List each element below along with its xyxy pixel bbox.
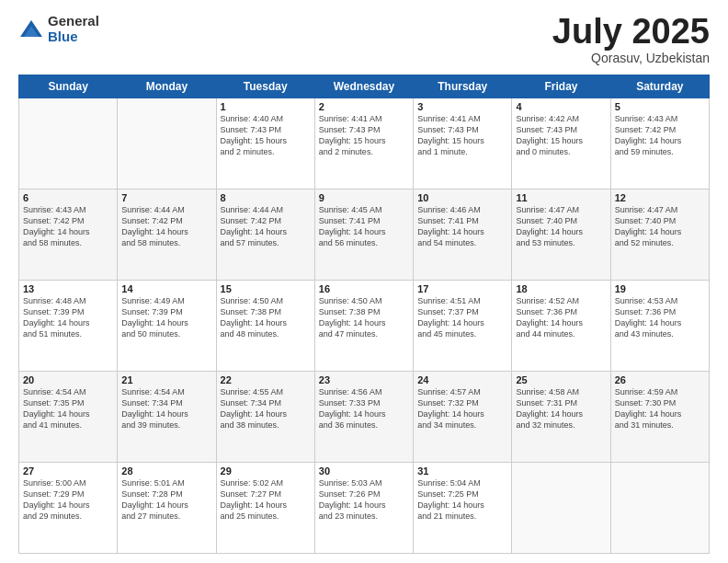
calendar-cell: 25Sunrise: 4:58 AM Sunset: 7:31 PM Dayli… [512,372,610,463]
day-number: 16 [319,283,409,294]
day-info: Sunrise: 4:41 AM Sunset: 7:43 PM Dayligh… [319,113,409,158]
day-number: 14 [121,283,211,294]
day-number: 17 [417,283,507,294]
day-number: 26 [615,374,705,385]
calendar-cell: 5Sunrise: 4:43 AM Sunset: 7:42 PM Daylig… [610,98,709,190]
day-info: Sunrise: 4:54 AM Sunset: 7:34 PM Dayligh… [121,386,211,431]
day-info: Sunrise: 5:02 AM Sunset: 7:27 PM Dayligh… [221,477,311,523]
location: Qorasuv, Uzbekistan [552,51,710,65]
day-number: 6 [23,192,113,203]
day-number: 23 [319,374,409,385]
calendar-cell: 27Sunrise: 5:00 AM Sunset: 7:29 PM Dayli… [19,463,118,554]
day-info: Sunrise: 4:58 AM Sunset: 7:31 PM Dayligh… [516,386,606,431]
calendar-cell: 15Sunrise: 4:50 AM Sunset: 7:38 PM Dayli… [216,281,314,372]
title-section: July 2025 Qorasuv, Uzbekistan [552,14,710,65]
logo-icon [18,17,44,42]
calendar-cell: 26Sunrise: 4:59 AM Sunset: 7:30 PM Dayli… [610,372,709,463]
calendar-cell: 12Sunrise: 4:47 AM Sunset: 7:40 PM Dayli… [610,190,709,281]
day-header-thursday: Thursday [414,75,512,98]
calendar-cell: 3Sunrise: 4:41 AM Sunset: 7:43 PM Daylig… [414,98,512,190]
calendar-cell [118,98,216,190]
day-number: 21 [121,374,211,385]
day-info: Sunrise: 5:01 AM Sunset: 7:28 PM Dayligh… [121,477,211,523]
day-number: 2 [319,101,409,112]
day-info: Sunrise: 4:56 AM Sunset: 7:33 PM Dayligh… [319,386,409,431]
day-info: Sunrise: 4:49 AM Sunset: 7:39 PM Dayligh… [121,295,211,340]
calendar-cell [19,98,118,190]
header: General Blue July 2025 Qorasuv, Uzbekist… [18,14,710,65]
calendar-cell: 1Sunrise: 4:40 AM Sunset: 7:43 PM Daylig… [216,98,314,190]
day-number: 31 [417,465,507,477]
day-number: 9 [319,192,409,203]
calendar-cell: 8Sunrise: 4:44 AM Sunset: 7:42 PM Daylig… [216,190,314,281]
day-header-saturday: Saturday [610,75,709,98]
day-info: Sunrise: 4:53 AM Sunset: 7:36 PM Dayligh… [615,295,705,340]
day-number: 29 [221,465,311,477]
day-header-sunday: Sunday [19,75,118,98]
day-number: 20 [23,374,113,385]
day-info: Sunrise: 4:55 AM Sunset: 7:34 PM Dayligh… [221,386,311,431]
day-info: Sunrise: 4:50 AM Sunset: 7:38 PM Dayligh… [319,295,409,340]
calendar-cell: 4Sunrise: 4:42 AM Sunset: 7:43 PM Daylig… [512,98,610,190]
day-header-friday: Friday [512,75,610,98]
day-number: 13 [23,283,113,294]
calendar-cell: 14Sunrise: 4:49 AM Sunset: 7:39 PM Dayli… [118,281,216,372]
day-info: Sunrise: 4:44 AM Sunset: 7:42 PM Dayligh… [121,204,211,249]
day-number: 24 [417,374,507,385]
day-number: 12 [615,192,705,203]
day-info: Sunrise: 4:51 AM Sunset: 7:37 PM Dayligh… [417,295,507,340]
month-year: July 2025 [552,14,710,49]
calendar: SundayMondayTuesdayWednesdayThursdayFrid… [18,75,710,554]
logo-blue: Blue [48,29,99,45]
week-row-3: 13Sunrise: 4:48 AM Sunset: 7:39 PM Dayli… [19,281,710,372]
day-number: 22 [221,374,311,385]
calendar-cell [512,463,610,554]
day-info: Sunrise: 4:43 AM Sunset: 7:42 PM Dayligh… [615,113,705,158]
calendar-cell: 9Sunrise: 4:45 AM Sunset: 7:41 PM Daylig… [314,190,413,281]
logo-text: General Blue [48,14,99,44]
day-number: 10 [417,192,507,203]
day-info: Sunrise: 4:46 AM Sunset: 7:41 PM Dayligh… [417,204,507,249]
day-number: 11 [516,192,606,203]
calendar-cell: 18Sunrise: 4:52 AM Sunset: 7:36 PM Dayli… [512,281,610,372]
day-number: 28 [121,465,211,477]
calendar-cell: 2Sunrise: 4:41 AM Sunset: 7:43 PM Daylig… [314,98,413,190]
day-info: Sunrise: 4:48 AM Sunset: 7:39 PM Dayligh… [23,295,113,340]
calendar-cell: 29Sunrise: 5:02 AM Sunset: 7:27 PM Dayli… [216,463,314,554]
day-info: Sunrise: 4:57 AM Sunset: 7:32 PM Dayligh… [417,386,507,431]
week-row-5: 27Sunrise: 5:00 AM Sunset: 7:29 PM Dayli… [19,463,710,554]
calendar-cell: 7Sunrise: 4:44 AM Sunset: 7:42 PM Daylig… [118,190,216,281]
day-info: Sunrise: 4:42 AM Sunset: 7:43 PM Dayligh… [516,113,606,158]
calendar-cell: 31Sunrise: 5:04 AM Sunset: 7:25 PM Dayli… [414,463,512,554]
calendar-cell: 30Sunrise: 5:03 AM Sunset: 7:26 PM Dayli… [314,463,413,554]
calendar-cell: 20Sunrise: 4:54 AM Sunset: 7:35 PM Dayli… [19,372,118,463]
logo-general: General [48,14,99,29]
day-info: Sunrise: 5:04 AM Sunset: 7:25 PM Dayligh… [417,477,507,523]
calendar-cell [610,463,709,554]
week-row-4: 20Sunrise: 4:54 AM Sunset: 7:35 PM Dayli… [19,372,710,463]
day-info: Sunrise: 4:47 AM Sunset: 7:40 PM Dayligh… [615,204,705,249]
day-info: Sunrise: 4:47 AM Sunset: 7:40 PM Dayligh… [516,204,606,249]
calendar-cell: 11Sunrise: 4:47 AM Sunset: 7:40 PM Dayli… [512,190,610,281]
calendar-cell: 24Sunrise: 4:57 AM Sunset: 7:32 PM Dayli… [414,372,512,463]
day-number: 25 [516,374,606,385]
day-header-tuesday: Tuesday [216,75,314,98]
calendar-cell: 6Sunrise: 4:43 AM Sunset: 7:42 PM Daylig… [19,190,118,281]
day-header-monday: Monday [118,75,216,98]
calendar-cell: 16Sunrise: 4:50 AM Sunset: 7:38 PM Dayli… [314,281,413,372]
day-number: 3 [417,101,507,112]
calendar-cell: 13Sunrise: 4:48 AM Sunset: 7:39 PM Dayli… [19,281,118,372]
day-headers-row: SundayMondayTuesdayWednesdayThursdayFrid… [19,75,710,98]
day-info: Sunrise: 4:43 AM Sunset: 7:42 PM Dayligh… [23,204,113,249]
day-info: Sunrise: 4:52 AM Sunset: 7:36 PM Dayligh… [516,295,606,340]
day-info: Sunrise: 4:54 AM Sunset: 7:35 PM Dayligh… [23,386,113,431]
calendar-cell: 19Sunrise: 4:53 AM Sunset: 7:36 PM Dayli… [610,281,709,372]
day-info: Sunrise: 4:50 AM Sunset: 7:38 PM Dayligh… [221,295,311,340]
day-number: 5 [615,101,705,112]
day-number: 7 [121,192,211,203]
logo: General Blue [18,14,99,44]
day-info: Sunrise: 5:03 AM Sunset: 7:26 PM Dayligh… [319,477,409,523]
calendar-cell: 10Sunrise: 4:46 AM Sunset: 7:41 PM Dayli… [414,190,512,281]
day-header-wednesday: Wednesday [314,75,413,98]
day-info: Sunrise: 4:59 AM Sunset: 7:30 PM Dayligh… [615,386,705,431]
